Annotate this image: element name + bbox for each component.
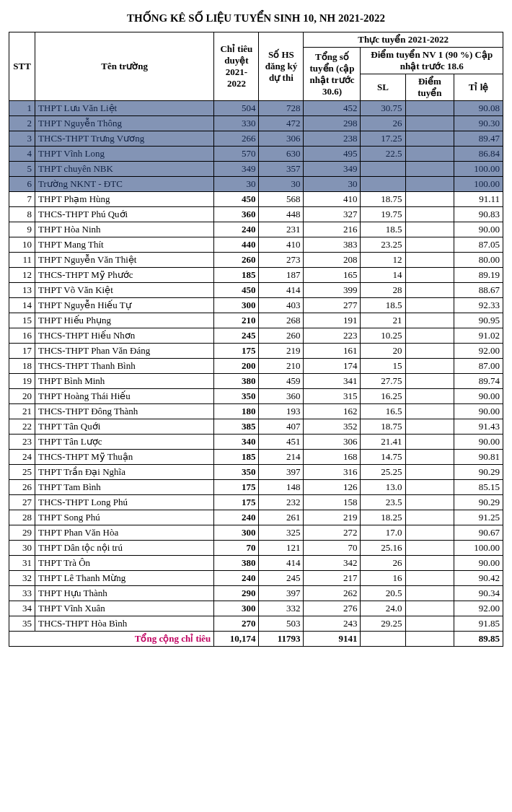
header-ti-le: Tỉ lệ — [454, 74, 503, 101]
table-cell: 260 — [259, 328, 304, 344]
table-cell: 262 — [304, 586, 361, 601]
table-cell: 12 — [9, 268, 35, 283]
table-cell: 175 — [214, 480, 259, 495]
table-row: 1THPT Lưu Văn Liệt50472845230.7590.08 — [9, 101, 503, 116]
table-header: STT Tên trường Chỉ tiêu duyệt 2021-2022 … — [9, 32, 503, 101]
table-cell — [405, 283, 454, 298]
table-cell: THPT Song Phú — [35, 510, 214, 525]
table-cell — [405, 586, 454, 601]
table-cell: 210 — [214, 313, 259, 328]
table-cell: THCS-THPT Long Phú — [35, 495, 214, 510]
table-cell — [405, 298, 454, 313]
table-cell — [405, 192, 454, 207]
table-cell: 17 — [9, 344, 35, 359]
table-cell: 19.75 — [361, 207, 405, 222]
table-cell: 23.25 — [361, 237, 405, 253]
table-row: 16THCS-THPT Hiếu Nhơn24526022310.2591.02 — [9, 328, 503, 344]
table-cell — [405, 374, 454, 389]
table-cell: 30 — [9, 541, 35, 556]
table-cell: 200 — [214, 359, 259, 374]
total-cell — [405, 632, 454, 647]
table-cell: 89.19 — [454, 268, 503, 283]
table-cell: THCS-THPT Thanh Bình — [35, 359, 214, 374]
table-cell — [405, 359, 454, 374]
table-cell: 27 — [9, 495, 35, 510]
table-cell: 570 — [214, 147, 259, 162]
table-cell: THPT Võ Văn Kiệt — [35, 283, 214, 298]
table-cell: 85.15 — [454, 480, 503, 495]
table-cell: 92.33 — [454, 298, 503, 313]
table-cell: 495 — [304, 147, 361, 162]
table-cell — [405, 177, 454, 192]
table-cell: 217 — [304, 571, 361, 586]
table-cell — [405, 556, 454, 571]
table-cell: 25.25 — [361, 465, 405, 480]
table-cell: 28 — [9, 510, 35, 525]
table-cell: 90.30 — [454, 116, 503, 131]
header-thuc-tuyen: Thực tuyển 2021-2022 — [304, 32, 503, 48]
table-cell: 12 — [361, 253, 405, 268]
table-cell: 193 — [259, 404, 304, 419]
header-sl: SL — [361, 74, 405, 101]
table-cell: 32 — [9, 571, 35, 586]
table-row: 4THPT Vĩnh Long57063049522.586.84 — [9, 147, 503, 162]
table-cell: 158 — [304, 495, 361, 510]
table-cell: 89.47 — [454, 131, 503, 147]
table-cell: 4 — [9, 147, 35, 162]
table-cell: 410 — [259, 237, 304, 253]
header-stt: STT — [9, 32, 35, 101]
table-cell: 504 — [214, 101, 259, 116]
table-cell: 22.5 — [361, 147, 405, 162]
table-cell: 10 — [9, 237, 35, 253]
table-cell: Trường NKNT - ĐTC — [35, 177, 214, 192]
table-cell — [405, 389, 454, 404]
table-cell: 340 — [214, 435, 259, 450]
table-cell: 26 — [361, 556, 405, 571]
table-cell: 223 — [304, 328, 361, 344]
table-cell: 290 — [214, 586, 259, 601]
table-cell: 399 — [304, 283, 361, 298]
table-cell: 16.25 — [361, 389, 405, 404]
table-cell — [405, 525, 454, 541]
table-cell: THPT Lưu Văn Liệt — [35, 101, 214, 116]
table-cell: 165 — [304, 268, 361, 283]
table-cell: 448 — [259, 207, 304, 222]
table-cell: THCS-THPT Mỹ Thuận — [35, 450, 214, 465]
table-cell: THPT Trần Đại Nghĩa — [35, 465, 214, 480]
table-cell: 407 — [259, 419, 304, 435]
table-cell: 14 — [361, 268, 405, 283]
table-row: 24THCS-THPT Mỹ Thuận18521416814.7590.81 — [9, 450, 503, 465]
header-chi-tieu: Chỉ tiêu duyệt 2021-2022 — [214, 32, 259, 101]
table-cell: 90.08 — [454, 101, 503, 116]
table-cell: 245 — [259, 571, 304, 586]
table-row: 32THPT Lê Thanh Mừng2402452171690.42 — [9, 571, 503, 586]
table-row: 19THPT Bình Minh38045934127.7589.74 — [9, 374, 503, 389]
table-cell — [405, 465, 454, 480]
table-cell: 266 — [214, 131, 259, 147]
header-so-hs: Số HS đăng ký dự thi — [259, 32, 304, 101]
table-cell — [405, 313, 454, 328]
table-cell: 100.00 — [454, 162, 503, 177]
table-cell: 121 — [259, 541, 304, 556]
table-cell: 277 — [304, 298, 361, 313]
table-row: 9THPT Hòa Ninh24023121618.590.00 — [9, 222, 503, 237]
table-cell: THPT Mang Thít — [35, 237, 214, 253]
table-cell — [405, 162, 454, 177]
table-row: 13THPT Võ Văn Kiệt4504143992888.67 — [9, 283, 503, 298]
table-cell: 185 — [214, 268, 259, 283]
table-cell: THCS-THPT Đông Thành — [35, 404, 214, 419]
table-cell: 23 — [9, 435, 35, 450]
table-cell: 1 — [9, 101, 35, 116]
table-cell: 214 — [259, 450, 304, 465]
table-cell: 175 — [214, 344, 259, 359]
table-cell: 30.75 — [361, 101, 405, 116]
table-cell: THPT Nguyễn Thông — [35, 116, 214, 131]
table-cell: 630 — [259, 147, 304, 162]
table-cell: 14.75 — [361, 450, 405, 465]
table-cell — [405, 616, 454, 632]
table-cell — [405, 222, 454, 237]
table-cell: 300 — [214, 298, 259, 313]
total-cell: 9141 — [304, 632, 361, 647]
table-row: 30THPT Dân tộc nội trú701217025.16100.00 — [9, 541, 503, 556]
table-cell: 88.67 — [454, 283, 503, 298]
